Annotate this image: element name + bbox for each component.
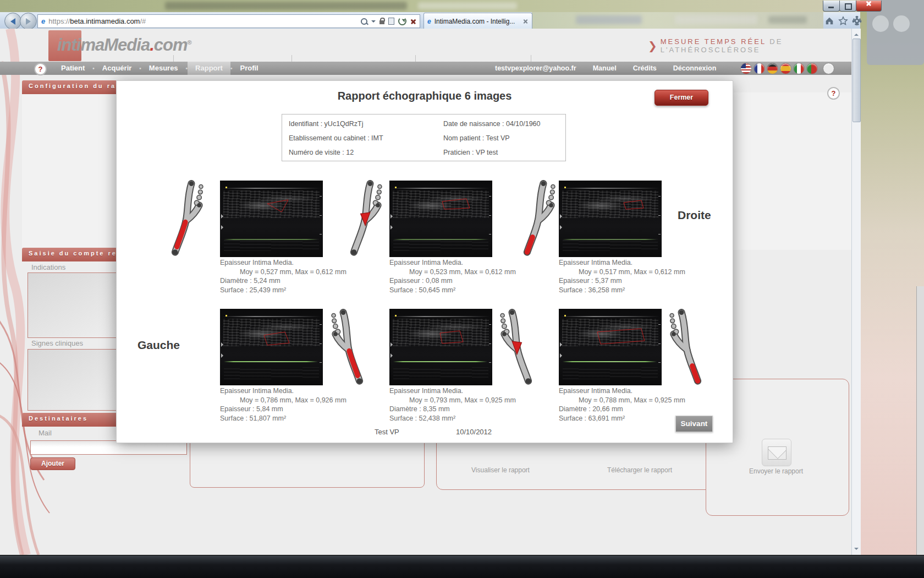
imt-trace: [389, 181, 492, 257]
nav-item-patient[interactable]: Patient: [53, 62, 92, 75]
user-area: testvpexplorer@yahoo.fr Manuel Crédits D…: [495, 62, 716, 75]
flag-extra-icon[interactable]: [823, 63, 834, 74]
forward-button[interactable]: [20, 13, 37, 30]
ultrasound-image[interactable]: [559, 181, 662, 257]
measurement-block: Epaisseur Intima Media.Moy = 0,788 mm, M…: [559, 386, 688, 423]
imt-trace: [559, 309, 662, 385]
envelope-icon: [768, 446, 787, 460]
flag-it-icon[interactable]: [793, 63, 805, 74]
language-flags: [740, 63, 834, 74]
back-button[interactable]: [4, 13, 21, 30]
help-icon[interactable]: ?: [827, 87, 840, 100]
refresh-icon[interactable]: [398, 17, 406, 25]
patient-nom: Nom patient : Test VP: [443, 134, 510, 142]
flag-us-icon[interactable]: [740, 63, 752, 74]
maximize-button[interactable]: [839, 1, 856, 12]
patient-naissance: Date de naissance : 04/10/1960: [443, 120, 541, 128]
patient-praticien: Praticien : VP test: [443, 149, 498, 156]
search-dropdown-icon[interactable]: [371, 20, 376, 25]
ultrasound-image[interactable]: [220, 181, 323, 257]
imt-trace: [389, 309, 492, 385]
nav-item-acquerir[interactable]: Acquérir: [95, 62, 139, 75]
ultrasound-image[interactable]: [559, 309, 662, 385]
gear-icon: [852, 16, 862, 26]
link-credits[interactable]: Crédits: [633, 64, 657, 72]
nav-tick: [173, 55, 174, 62]
nav-item-profil[interactable]: Profil: [232, 62, 266, 75]
signes-label: Signes cliniques: [31, 339, 83, 347]
imt-trace: [220, 309, 323, 385]
visualiser-link[interactable]: Visualiser le rapport: [457, 466, 544, 474]
chevron-icon: ❯: [648, 39, 657, 52]
link-manuel[interactable]: Manuel: [593, 64, 617, 72]
blurred-glare: [418, 2, 517, 9]
measurement-block: Epaisseur Intima Media.Moy = 0,523 mm, M…: [389, 258, 519, 295]
patient-etablissement: Etablissement ou cabinet : IMT: [289, 134, 383, 142]
modal-title: Rapport échographique 6 images: [117, 90, 733, 102]
site-tagline: ❯ MESURE TEMPS RÉEL DE L'ATHÉROSCLÉROSE: [648, 37, 851, 54]
flag-pt-icon[interactable]: [806, 63, 818, 74]
minimize-button[interactable]: [823, 1, 840, 12]
star-icon: [838, 16, 848, 26]
flag-es-icon[interactable]: [780, 63, 791, 74]
scrollbar[interactable]: [851, 29, 861, 555]
tab-title: IntimaMedia.com - Intellig...: [435, 18, 515, 25]
site-logo: intimaMedia.com®: [57, 35, 191, 55]
nav-item-rapport[interactable]: Rapport: [188, 62, 230, 75]
search-icon[interactable]: [361, 18, 367, 25]
back-icon: [10, 18, 15, 25]
patient-info-box: Identifiant : yUc1QdRzTj Etablissement o…: [282, 114, 566, 161]
footer-date: 10/10/2012: [456, 428, 492, 436]
nav-tick: [292, 55, 292, 62]
home-icon: [824, 16, 834, 26]
close-button[interactable]: [856, 1, 882, 12]
address-bar[interactable]: e https://beta.intimamedia.com/#: [37, 14, 420, 28]
fermer-button[interactable]: Fermer: [654, 90, 708, 106]
tab-close-icon[interactable]: [523, 19, 528, 24]
tabstrip-glass: [532, 12, 823, 29]
scroll-down-icon[interactable]: [854, 548, 859, 552]
ajouter-button[interactable]: Ajouter: [30, 457, 75, 470]
flag-de-icon[interactable]: [767, 63, 778, 74]
blurred-window-title: [165, 2, 407, 10]
patient-identifiant: Identifiant : yUc1QdRzTj: [289, 120, 363, 128]
browser-tab[interactable]: e IntimaMedia.com - Intellig...: [424, 13, 532, 29]
telecharger-link[interactable]: Télécharger le rapport: [593, 466, 686, 474]
artery-diagram: [166, 180, 205, 258]
help-icon[interactable]: ?: [34, 63, 47, 75]
ultrasound-image[interactable]: [220, 309, 323, 385]
envoyer-link[interactable]: Envoyer le rapport: [729, 467, 823, 475]
compatibility-view-icon[interactable]: [388, 18, 394, 25]
nav-item-mesures[interactable]: Mesures: [141, 62, 186, 75]
scroll-up-icon[interactable]: [854, 31, 859, 36]
favorites-button[interactable]: [838, 15, 848, 26]
stop-icon[interactable]: [410, 18, 416, 24]
user-email[interactable]: testvpexplorer@yahoo.fr: [495, 64, 576, 72]
ie-favicon: e: [41, 17, 45, 25]
suivant-button[interactable]: Suivant: [675, 416, 713, 432]
indications-label: Indications: [31, 263, 65, 271]
browser-titlebar: [0, 0, 860, 12]
ultrasound-image[interactable]: [389, 181, 492, 257]
envelope-button[interactable]: [762, 439, 791, 466]
artery-diagram: [498, 309, 538, 387]
flag-fr-icon[interactable]: [754, 63, 765, 74]
measurement-block: Epaisseur Intima Media.Moy = 0,517 mm, M…: [559, 258, 688, 295]
screen: e https://beta.intimamedia.com/# e Intim…: [0, 0, 924, 578]
tools-button[interactable]: [851, 15, 862, 26]
nav-tick: [531, 55, 531, 62]
gauche-label: Gauche: [138, 339, 180, 352]
nav-items: Patient • Acquérir • Mesures • Rapport •…: [53, 62, 266, 75]
mail-label: Mail: [38, 429, 52, 437]
patient-visite: Numéro de visite : 12: [289, 149, 354, 156]
scroll-thumb[interactable]: [853, 39, 861, 122]
link-deconnexion[interactable]: Déconnexion: [673, 64, 717, 72]
home-button[interactable]: [824, 15, 834, 26]
measurement-block: Epaisseur Intima Media.Moy = 0,793 mm, M…: [389, 386, 519, 423]
report-modal: Rapport échographique 6 images Fermer Id…: [116, 80, 733, 443]
droite-label: Droite: [678, 209, 711, 222]
browser-command-icons: [824, 15, 862, 26]
footer-patient-name: Test VP: [375, 428, 399, 436]
ultrasound-image[interactable]: [389, 309, 492, 385]
window-controls: [823, 1, 882, 11]
